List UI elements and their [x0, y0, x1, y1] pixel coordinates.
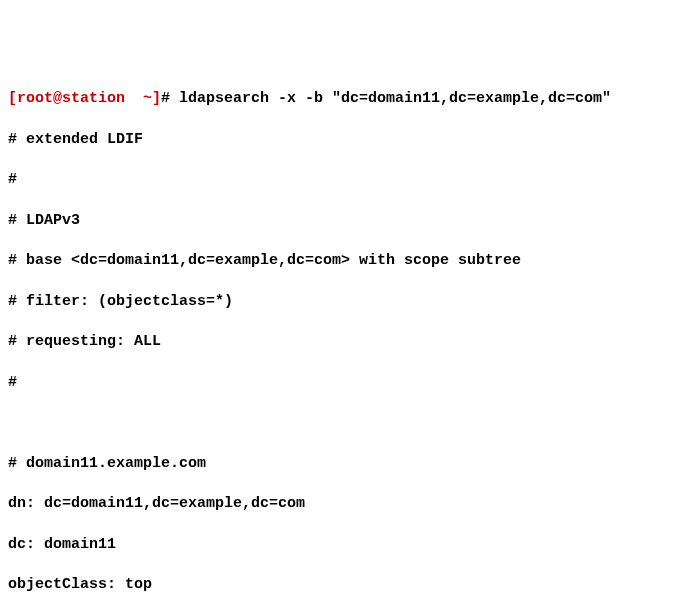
blank-line: [8, 413, 682, 433]
output-line: # domain11.example.com: [8, 454, 682, 474]
output-line: # LDAPv3: [8, 211, 682, 231]
output-line: dc: domain11: [8, 535, 682, 555]
output-line: # requesting: ALL: [8, 332, 682, 352]
output-line: # base <dc=domain11,dc=example,dc=com> w…: [8, 251, 682, 271]
prompt-line: [root@station ~]# ldapsearch -x -b "dc=d…: [8, 89, 682, 109]
output-line: # filter: (objectclass=*): [8, 292, 682, 312]
prompt-userhost: [root@station ~]: [8, 90, 161, 107]
output-line: objectClass: top: [8, 575, 682, 595]
output-line: dn: dc=domain11,dc=example,dc=com: [8, 494, 682, 514]
prompt-hash: #: [161, 90, 179, 107]
output-line: #: [8, 170, 682, 190]
command-text: ldapsearch -x -b "dc=domain11,dc=example…: [179, 90, 611, 107]
output-line: # extended LDIF: [8, 130, 682, 150]
output-line: #: [8, 373, 682, 393]
